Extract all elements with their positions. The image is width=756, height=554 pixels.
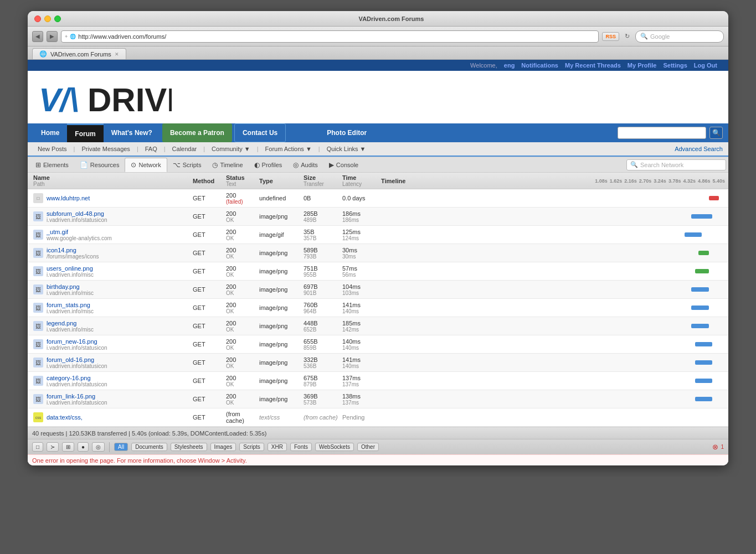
tab-network[interactable]: ⊙ Network xyxy=(125,158,167,172)
net-size: 35B357B xyxy=(301,229,340,241)
refresh-button[interactable]: ↻ xyxy=(623,32,632,41)
net-time: 141ms140ms xyxy=(340,356,379,369)
site-topbar: Welcome, eng Notifications My Recent Thr… xyxy=(28,60,728,71)
net-name-cell: 🖼_utm.gifwww.google-analytics.com xyxy=(30,229,191,241)
minimize-button[interactable] xyxy=(44,15,51,22)
filter-websockets[interactable]: WebSockets xyxy=(315,443,354,451)
net-name-cell: 🖼forum_stats.pngi.vadriven.info/misc xyxy=(30,302,191,314)
table-row[interactable]: 🖼forum_stats.pngi.vadriven.info/miscGET2… xyxy=(28,299,728,317)
tab-resources[interactable]: 📄 Resources xyxy=(74,158,125,172)
nav-forum[interactable]: Forum xyxy=(67,123,103,142)
net-timeline-bar xyxy=(695,379,712,383)
execute-btn[interactable]: ≻ xyxy=(47,442,59,452)
tab-audits[interactable]: ◎ Audits xyxy=(287,158,323,172)
error-bar: One error in opening the page. For more … xyxy=(28,454,728,465)
username-link[interactable]: eng xyxy=(504,62,515,69)
devtools-search[interactable]: 🔍 Search Network xyxy=(626,159,726,170)
recent-threads-link[interactable]: My Recent Threads xyxy=(565,62,621,69)
filter-fonts[interactable]: Fonts xyxy=(290,443,312,451)
filter-stylesheets[interactable]: Stylesheets xyxy=(171,443,207,451)
table-row[interactable]: 🖼birthday.pngi.vadriven.info/miscGET200O… xyxy=(28,281,728,299)
table-row[interactable]: 🖼forum_link-16.pngi.vadriven.info/status… xyxy=(28,390,728,408)
filter-xhr[interactable]: XHR xyxy=(268,443,287,451)
table-row[interactable]: 🖼forum_old-16.pngi.vadriven.info/statusi… xyxy=(28,354,728,372)
net-size: 0B xyxy=(301,195,340,201)
net-size: 285B489B xyxy=(301,210,340,223)
settings-link[interactable]: Settings xyxy=(663,62,687,69)
forward-button[interactable]: ▶ xyxy=(47,31,58,42)
subnav-community[interactable]: Community ▼ xyxy=(207,142,255,156)
window-title: VADriven.com Forums xyxy=(61,15,722,22)
tab-close-button[interactable]: ✕ xyxy=(115,51,119,57)
table-row[interactable]: 🖼subforum_old-48.pngi.vadriven.info/stat… xyxy=(28,208,728,226)
tab-profiles[interactable]: ◐ Profiles xyxy=(249,158,288,172)
table-row[interactable]: 🖼users_online.pngi.vadriven.info/miscGET… xyxy=(28,262,728,281)
rss-button[interactable]: RSS xyxy=(602,32,619,41)
net-time: 125ms124ms xyxy=(340,229,379,241)
net-name-cell: 🖼forum_link-16.pngi.vadriven.info/status… xyxy=(30,393,191,406)
nav-become-patron[interactable]: Become a Patron xyxy=(162,123,232,142)
subnav-calendar[interactable]: Calendar xyxy=(168,142,202,156)
back-button[interactable]: ◀ xyxy=(32,31,43,42)
filter-other[interactable]: Other xyxy=(357,443,379,451)
url-text[interactable]: http://www.vadriven.com/forums/ xyxy=(78,33,595,40)
record-btn[interactable]: ● xyxy=(78,442,89,452)
nav-photo-editor[interactable]: Photo Editor xyxy=(319,123,374,142)
net-time: 30ms30ms xyxy=(340,247,379,260)
nav-search-input[interactable] xyxy=(618,127,706,139)
devtools-panel: ⊞ Elements 📄 Resources ⊙ Network ⌥ Scrip… xyxy=(28,157,728,465)
table-row[interactable]: 🖼_utm.gifwww.google-analytics.comGET200O… xyxy=(28,226,728,244)
table-row[interactable]: 🖼forum_new-16.pngi.vadriven.info/statusi… xyxy=(28,335,728,354)
net-timeline-bar-cell xyxy=(379,355,726,370)
website-content: Welcome, eng Notifications My Recent Thr… xyxy=(28,60,728,157)
clear-btn[interactable]: ◎ xyxy=(92,442,105,452)
nav-whats-new[interactable]: What's New? xyxy=(104,123,160,142)
net-status: 200OK xyxy=(224,320,257,333)
browser-search[interactable]: 🔍 Google xyxy=(635,30,724,43)
net-filename: users_online.png xyxy=(47,265,94,272)
nav-search-button[interactable]: 🔍 xyxy=(709,127,723,139)
close-button[interactable] xyxy=(34,15,41,22)
advanced-search-link[interactable]: Advanced Search xyxy=(675,146,723,152)
table-row[interactable]: 🖼icon14.png/forums/images/iconsGET200OKi… xyxy=(28,244,728,262)
maximize-button[interactable] xyxy=(54,15,61,22)
filter-all[interactable]: All xyxy=(114,443,128,451)
net-time: 104ms103ms xyxy=(340,283,379,296)
my-profile-link[interactable]: My Profile xyxy=(628,62,657,69)
table-row[interactable]: □www.lduhtrp.netGET200(failed)undefined0… xyxy=(28,189,728,208)
nav-home[interactable]: Home xyxy=(33,123,67,142)
tab-scripts[interactable]: ⌥ Scripts xyxy=(167,158,207,172)
nav-contact-us[interactable]: Contact Us xyxy=(234,123,286,142)
table-row[interactable]: 🖼category-16.pngi.vadriven.info/statusic… xyxy=(28,372,728,390)
grid-btn[interactable]: ⊞ xyxy=(62,442,74,452)
site-navbar: Home Forum What's New? Become a Patron C… xyxy=(28,123,728,142)
subnav-private-messages[interactable]: Private Messages xyxy=(77,142,134,156)
table-row[interactable]: cssdata:text/css,GET(from cache)text/css… xyxy=(28,408,728,427)
subnav-new-posts[interactable]: New Posts xyxy=(33,142,71,156)
browser-tab[interactable]: 🌐 VADriven.com Forums ✕ xyxy=(32,48,126,59)
console-btn[interactable]: □ xyxy=(32,442,43,452)
table-row[interactable]: 🖼legend.pngi.vadriven.info/miscGET200OKi… xyxy=(28,317,728,335)
subnav-forum-actions[interactable]: Forum Actions ▼ xyxy=(261,142,316,156)
net-timeline-bar xyxy=(698,251,709,255)
tab-elements[interactable]: ⊞ Elements xyxy=(30,158,74,172)
net-timeline-bar-cell xyxy=(379,318,726,334)
notifications-link[interactable]: Notifications xyxy=(521,62,558,69)
search-icon: 🔍 xyxy=(640,33,648,40)
net-filename: legend.png xyxy=(47,320,94,327)
net-filepath: www.google-analytics.com xyxy=(47,235,112,241)
tab-console[interactable]: ▶ Console xyxy=(323,158,364,172)
toolbar-divider xyxy=(109,442,110,452)
address-bar[interactable]: + 🌐 http://www.vadriven.com/forums/ xyxy=(61,30,599,43)
net-row-icon: 🖼 xyxy=(33,376,43,386)
filter-images[interactable]: Images xyxy=(210,443,236,451)
subnav-quick-links[interactable]: Quick Links ▼ xyxy=(322,142,371,156)
logout-link[interactable]: Log Out xyxy=(694,62,717,69)
net-status: 200OK xyxy=(224,210,257,223)
error-count: 1 xyxy=(721,444,724,450)
tab-timeline[interactable]: ◷ Timeline xyxy=(207,158,248,172)
filter-documents[interactable]: Documents xyxy=(131,443,167,451)
filter-scripts[interactable]: Scripts xyxy=(239,443,264,451)
subnav-faq[interactable]: FAQ xyxy=(141,142,162,156)
net-filename: data:text/css, xyxy=(47,414,83,421)
